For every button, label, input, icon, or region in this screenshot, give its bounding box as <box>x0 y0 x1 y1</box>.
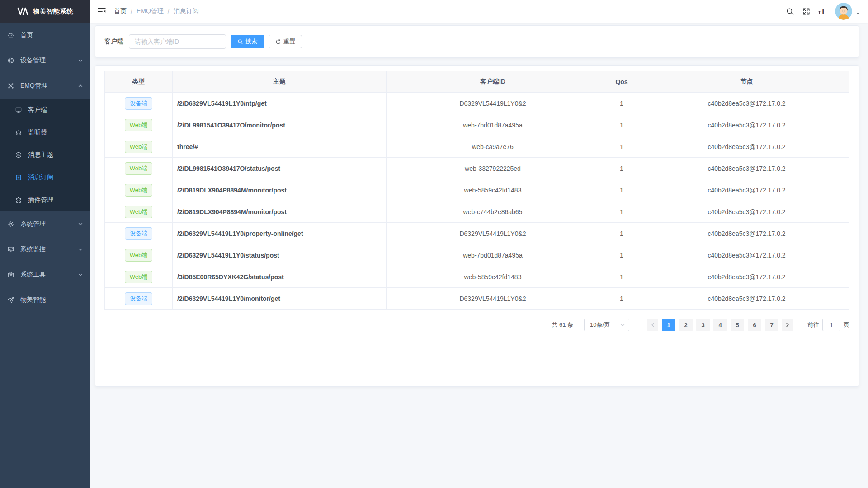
search-icon[interactable] <box>786 7 794 16</box>
sidebar-collapse-icon[interactable] <box>97 6 107 16</box>
qos-cell: 1 <box>599 266 644 288</box>
sidebar-item-label: 客户端 <box>28 106 47 114</box>
chevron-down-icon <box>620 323 625 328</box>
monitor-icon <box>7 246 14 253</box>
sidebar-item-plugin[interactable]: 插件管理 <box>0 189 90 211</box>
sidebar-item-devices[interactable]: 设备管理 <box>0 48 90 73</box>
chevron-right-icon <box>785 322 790 328</box>
goto-label: 前往 <box>807 321 819 329</box>
sidebar-item-wumei-smart[interactable]: 物美智能 <box>0 287 90 313</box>
breadcrumb: 首页 / EMQ管理 / 消息订阅 <box>114 7 199 15</box>
sidebar-item-label: 设备管理 <box>20 56 46 65</box>
listener-icon <box>15 129 22 136</box>
header-client-id: 客户端ID <box>387 71 599 93</box>
sidebar-item-system-admin[interactable]: 系统管理 <box>0 211 90 237</box>
sidebar-item-home[interactable]: 首页 <box>0 23 90 48</box>
type-badge: Web端 <box>125 206 153 218</box>
next-page-button[interactable] <box>782 319 793 331</box>
user-menu[interactable] <box>835 3 860 20</box>
breadcrumb-current: 消息订阅 <box>174 7 199 15</box>
search-button[interactable]: 搜索 <box>231 35 264 48</box>
app-logo[interactable]: 物美智能系统 <box>0 0 90 23</box>
breadcrumb-emq[interactable]: EMQ管理 <box>137 7 164 15</box>
refresh-icon <box>275 39 281 45</box>
sidebar-item-label: 监听器 <box>28 128 47 136</box>
sidebar-item-message-subscribe[interactable]: 消息订阅 <box>0 166 90 189</box>
node-cell: c40b2d8ea5c3@172.17.0.2 <box>644 266 849 288</box>
client-id-cell: web-7bd01d87a495a <box>387 114 599 136</box>
logo-icon <box>17 7 29 16</box>
client-field-label: 客户端 <box>104 38 123 46</box>
topic-cell: /2/D6329VL54419L1Y0/property-online/get <box>173 223 387 244</box>
type-badge: Web端 <box>125 162 153 175</box>
table-row: Web端/2/DL9981541O39417O/status/postweb-3… <box>105 158 849 179</box>
node-cell: c40b2d8ea5c3@172.17.0.2 <box>644 201 849 223</box>
type-badge: Web端 <box>125 249 153 262</box>
client-id-cell: web-7bd01d87a495a <box>387 244 599 266</box>
topic-cell: three/# <box>173 136 387 158</box>
table-body: 设备端/2/D6329VL54419L1Y0/ntp/getD6329VL544… <box>105 93 849 310</box>
node-cell: c40b2d8ea5c3@172.17.0.2 <box>644 93 849 114</box>
chevron-down-icon <box>78 272 83 277</box>
topic-cell: /2/D6329VL54419L1Y0/monitor/get <box>173 288 387 310</box>
sidebar-item-label: 消息主题 <box>28 151 53 159</box>
navbar-right: TT <box>786 3 860 20</box>
breadcrumb-separator: / <box>131 8 132 15</box>
sidebar-item-emq[interactable]: EMQ管理 <box>0 73 90 99</box>
page-button-1[interactable]: 1 <box>662 319 675 331</box>
client-id-cell: D6329VL54419L1Y0&2 <box>387 288 599 310</box>
reset-button[interactable]: 重置 <box>269 35 302 48</box>
paper-plane-icon <box>7 296 14 304</box>
header-type: 类型 <box>105 71 173 93</box>
header-topic: 主题 <box>173 71 387 93</box>
node-cell: c40b2d8ea5c3@172.17.0.2 <box>644 179 849 201</box>
fullscreen-icon[interactable] <box>802 7 811 16</box>
page-size-value: 10条/页 <box>590 321 610 329</box>
chevron-down-icon <box>78 247 83 252</box>
subscription-table-card: 类型 主题 客户端ID Qos 节点 设备端/2/D6329VL54419L1Y… <box>95 65 859 387</box>
type-cell: Web端 <box>105 158 173 179</box>
breadcrumb-home[interactable]: 首页 <box>114 7 127 15</box>
sidebar-item-label: 插件管理 <box>28 196 53 204</box>
client-id-input[interactable] <box>129 34 226 49</box>
message-topic-icon <box>15 151 22 159</box>
page-button-3[interactable]: 3 <box>696 319 710 331</box>
page-button-5[interactable]: 5 <box>731 319 744 331</box>
node-cell: c40b2d8ea5c3@172.17.0.2 <box>644 288 849 310</box>
goto-page-input[interactable] <box>822 319 840 331</box>
page-button-2[interactable]: 2 <box>679 319 693 331</box>
client-id-cell: web-c744b2e86ab65 <box>387 201 599 223</box>
prev-page-button[interactable] <box>647 319 658 331</box>
page-button-6[interactable]: 6 <box>748 319 761 331</box>
chevron-down-icon <box>78 58 83 63</box>
avatar <box>835 3 852 20</box>
goto-page: 前往 页 <box>807 319 849 331</box>
type-badge: 设备端 <box>125 227 152 240</box>
qos-cell: 1 <box>599 136 644 158</box>
table-row: Web端/2/D819DLX904P8894M/monitor/postweb-… <box>105 201 849 223</box>
topic-cell: /2/DL9981541O39417O/status/post <box>173 158 387 179</box>
caret-down-icon <box>856 13 860 16</box>
app-title: 物美智能系统 <box>33 7 74 16</box>
topic-cell: /2/D6329VL54419L1Y0/ntp/get <box>173 93 387 114</box>
node-cell: c40b2d8ea5c3@172.17.0.2 <box>644 244 849 266</box>
goto-suffix: 页 <box>844 321 849 329</box>
magnifier-icon <box>237 39 243 45</box>
sidebar-item-message-topic[interactable]: 消息主题 <box>0 144 90 166</box>
page-button-7[interactable]: 7 <box>765 319 778 331</box>
qos-cell: 1 <box>599 114 644 136</box>
devices-icon <box>7 57 14 64</box>
sidebar-item-listener[interactable]: 监听器 <box>0 121 90 144</box>
sidebar-item-system-monitor[interactable]: 系统监控 <box>0 237 90 262</box>
page-button-4[interactable]: 4 <box>713 319 727 331</box>
subscription-table: 类型 主题 客户端ID Qos 节点 设备端/2/D6329VL54419L1Y… <box>104 71 849 310</box>
sidebar-item-client[interactable]: 客户端 <box>0 99 90 121</box>
font-size-icon[interactable]: TT <box>818 8 826 15</box>
sidebar-item-label: 物美智能 <box>20 296 46 304</box>
node-cell: c40b2d8ea5c3@172.17.0.2 <box>644 136 849 158</box>
client-id-cell: web-ca9a7e76 <box>387 136 599 158</box>
table-head: 类型 主题 客户端ID Qos 节点 <box>105 71 849 93</box>
page-size-select[interactable]: 10条/页 <box>584 319 629 331</box>
sidebar-item-system-tools[interactable]: 系统工具 <box>0 262 90 287</box>
chevron-up-icon <box>78 83 83 89</box>
